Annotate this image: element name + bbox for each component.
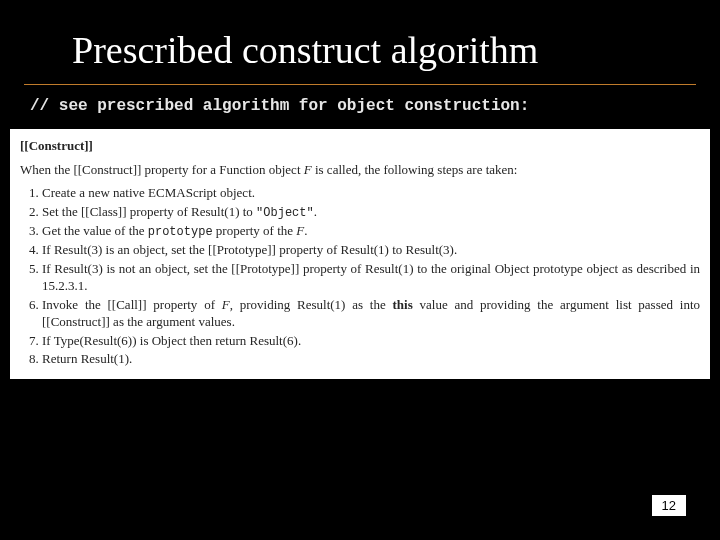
step-mono: prototype [148, 225, 213, 239]
step-text: If Result(3) is not an object, set the [… [42, 261, 700, 294]
step-text: Return Result(1). [42, 351, 132, 366]
step-text: Invoke the [[Call]] property of [42, 297, 222, 312]
step-text: . [314, 204, 317, 219]
step-text: . [304, 223, 307, 238]
spec-heading: [[Construct]] [20, 137, 700, 155]
spec-step: Create a new native ECMAScript object. [42, 184, 700, 202]
step-text: Get the value of the [42, 223, 148, 238]
spec-step: If Result(3) is an object, set the [[Pro… [42, 241, 700, 259]
spec-intro-p1: When the [[Construct]] property for a Fu… [20, 162, 304, 177]
page-number: 12 [652, 495, 686, 516]
code-comment: // see prescribed algorithm for object c… [0, 85, 720, 123]
step-text: If Result(3) is an object, set the [[Pro… [42, 242, 457, 257]
step-italic: F [222, 297, 230, 312]
spec-intro: When the [[Construct]] property for a Fu… [20, 161, 700, 179]
step-bold: this [393, 297, 413, 312]
spec-step: Return Result(1). [42, 350, 700, 368]
spec-excerpt: [[Construct]] When the [[Construct]] pro… [10, 129, 710, 379]
step-text: Set the [[Class]] property of Result(1) … [42, 204, 256, 219]
spec-step: If Result(3) is not an object, set the [… [42, 260, 700, 295]
spec-step: If Type(Result(6)) is Object then return… [42, 332, 700, 350]
spec-steps: Create a new native ECMAScript object. S… [20, 184, 700, 368]
step-text: , providing Result(1) as the [230, 297, 393, 312]
spec-step: Invoke the [[Call]] property of F, provi… [42, 296, 700, 331]
slide-title: Prescribed construct algorithm [0, 0, 720, 80]
spec-step: Get the value of the prototype property … [42, 222, 700, 240]
spec-intro-f: F [304, 162, 312, 177]
step-text: Create a new native ECMAScript object. [42, 185, 255, 200]
step-mono: "Object" [256, 206, 314, 220]
spec-step: Set the [[Class]] property of Result(1) … [42, 203, 700, 221]
step-text: property of the [213, 223, 297, 238]
spec-intro-p2: is called, the following steps are taken… [312, 162, 518, 177]
slide: Prescribed construct algorithm // see pr… [0, 0, 720, 540]
step-text: If Type(Result(6)) is Object then return… [42, 333, 301, 348]
